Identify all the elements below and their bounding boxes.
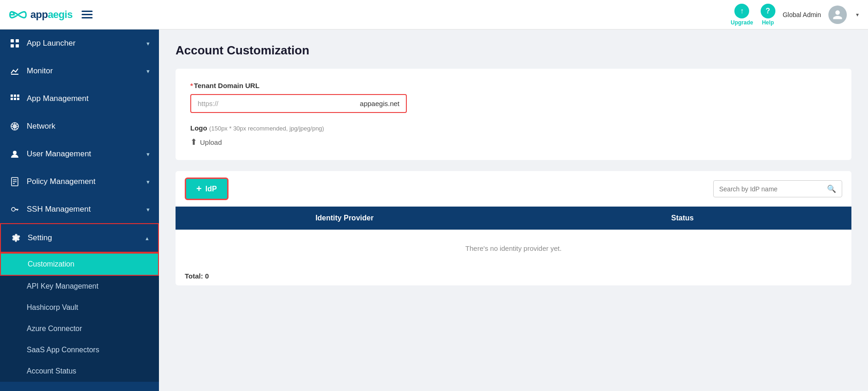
domain-prefix: https:// <box>198 100 218 107</box>
sidebar-item-ssh-management[interactable]: SSH Management ▾ <box>0 196 159 223</box>
svg-point-15 <box>13 151 17 154</box>
chevron-app-launcher: ▾ <box>147 40 150 47</box>
avatar-icon <box>832 9 843 20</box>
no-data-text: There's no identity provider yet. <box>452 231 575 266</box>
sidebar-item-app-management[interactable]: App Management <box>0 85 159 113</box>
chevron-policy-management: ▾ <box>147 178 150 185</box>
sidebar-label-monitor: Monitor <box>27 66 53 76</box>
domain-suffix: appaegis.net <box>360 100 399 107</box>
sidebar-item-policy-management[interactable]: Policy Management ▾ <box>0 168 159 196</box>
tenant-domain-card: *Tenant Domain URL https:// appaegis.net… <box>176 69 851 160</box>
key-icon <box>9 204 20 215</box>
hamburger-menu[interactable] <box>82 11 93 18</box>
sidebar-label-policy-management: Policy Management <box>27 177 95 186</box>
page-title: Account Customization <box>176 43 851 58</box>
app-body: App Launcher ▾ Monitor ▾ App Management <box>0 30 868 391</box>
search-icon: 🔍 <box>827 184 836 193</box>
gear-icon <box>10 232 21 243</box>
upload-label: Upload <box>200 138 222 146</box>
main-content: Account Customization *Tenant Domain URL… <box>159 30 868 391</box>
logo-text: appaegis <box>30 9 72 21</box>
logo-icon <box>9 8 27 21</box>
header-right: ↑ Upgrade ? Help Global Admin ▾ <box>731 4 859 26</box>
chevron-monitor: ▾ <box>147 68 150 75</box>
sidebar-item-user-management[interactable]: User Management ▾ <box>0 140 159 168</box>
sub-nav-api-key-management[interactable]: API Key Management <box>0 276 159 297</box>
user-chevron[interactable]: ▾ <box>856 12 859 18</box>
idp-toolbar: + IdP 🔍 <box>176 171 851 207</box>
svg-rect-9 <box>14 98 16 100</box>
sidebar-item-app-launcher[interactable]: App Launcher ▾ <box>0 30 159 57</box>
svg-point-20 <box>12 207 15 211</box>
sub-nav-saas-app-connectors[interactable]: SaaS App Connectors <box>0 339 159 361</box>
logo-section: Logo (150px * 30px recommended, jpg/jpeg… <box>190 124 837 147</box>
chevron-user-management: ▾ <box>147 151 150 158</box>
logo: appaegis <box>9 8 72 21</box>
chevron-setting: ▴ <box>146 235 149 242</box>
idp-table-body: There's no identity provider yet. <box>176 230 851 267</box>
required-marker: * <box>190 82 193 89</box>
sub-nav-customization[interactable]: Customization <box>0 253 159 276</box>
svg-rect-0 <box>11 39 14 42</box>
idp-table-header: Identity Provider Status <box>176 207 851 230</box>
sub-nav-hashicorp-vault[interactable]: Hashicorp Vault <box>0 297 159 318</box>
add-idp-button[interactable]: + IdP <box>185 178 229 200</box>
apps-icon <box>9 93 20 104</box>
sub-nav-account-status[interactable]: Account Status <box>0 361 159 382</box>
col-identity-provider: Identity Provider <box>176 207 514 230</box>
idp-section: + IdP 🔍 Identity Provider Status There's… <box>176 171 851 285</box>
sidebar-label-ssh-management: SSH Management <box>27 205 91 214</box>
svg-rect-6 <box>14 95 16 97</box>
svg-rect-7 <box>17 95 19 97</box>
network-icon <box>9 121 20 132</box>
logo-hint: (150px * 30px recommended, jpg/jpeg/png) <box>209 125 324 132</box>
logo-label: Logo <box>190 124 207 132</box>
sidebar-label-setting: Setting <box>28 233 52 243</box>
svg-rect-5 <box>11 95 13 97</box>
sidebar-label-network: Network <box>27 122 55 131</box>
grid-icon <box>9 38 20 49</box>
sidebar-item-monitor[interactable]: Monitor ▾ <box>0 57 159 85</box>
chevron-ssh-management: ▾ <box>147 206 150 213</box>
upgrade-button[interactable]: ↑ Upgrade <box>731 4 753 26</box>
total-label: Total: 0 <box>185 272 209 280</box>
svg-rect-10 <box>17 98 19 100</box>
avatar[interactable] <box>828 6 847 24</box>
help-icon: ? <box>761 4 775 18</box>
sidebar-label-user-management: User Management <box>27 149 91 159</box>
idp-search-input[interactable] <box>719 185 823 193</box>
sidebar-item-setting[interactable]: Setting ▴ <box>0 223 159 253</box>
header-left: appaegis <box>9 8 93 21</box>
svg-rect-3 <box>16 44 19 47</box>
plus-icon: + <box>196 184 202 194</box>
sidebar: App Launcher ▾ Monitor ▾ App Management <box>0 30 159 391</box>
upload-button[interactable]: ⬆ Upload <box>190 137 837 147</box>
help-button[interactable]: ? Help <box>761 4 775 26</box>
tenant-domain-input[interactable] <box>220 100 360 107</box>
upload-icon: ⬆ <box>190 137 197 147</box>
sidebar-item-network[interactable]: Network <box>0 113 159 140</box>
sub-nav-azure-connector[interactable]: Azure Connector <box>0 318 159 339</box>
idp-table-footer: Total: 0 <box>176 267 851 285</box>
add-idp-label: IdP <box>205 185 217 193</box>
top-header: appaegis ↑ Upgrade ? Help Global Admin ▾ <box>0 0 868 30</box>
upgrade-icon: ↑ <box>734 4 749 18</box>
tenant-domain-label: *Tenant Domain URL <box>190 82 837 89</box>
svg-rect-1 <box>16 39 19 42</box>
col-status: Status <box>514 207 852 230</box>
svg-rect-8 <box>11 98 13 100</box>
setting-sub-nav: Customization API Key Management Hashico… <box>0 253 159 382</box>
svg-rect-2 <box>11 44 14 47</box>
sidebar-label-app-launcher: App Launcher <box>27 39 76 48</box>
user-icon <box>9 148 20 160</box>
idp-search-box[interactable]: 🔍 <box>713 180 842 197</box>
tenant-domain-input-row[interactable]: https:// appaegis.net <box>190 94 407 113</box>
chart-icon <box>9 65 20 77</box>
policy-icon <box>9 176 20 187</box>
sidebar-label-app-management: App Management <box>27 94 88 103</box>
user-label: Global Admin <box>783 11 821 18</box>
